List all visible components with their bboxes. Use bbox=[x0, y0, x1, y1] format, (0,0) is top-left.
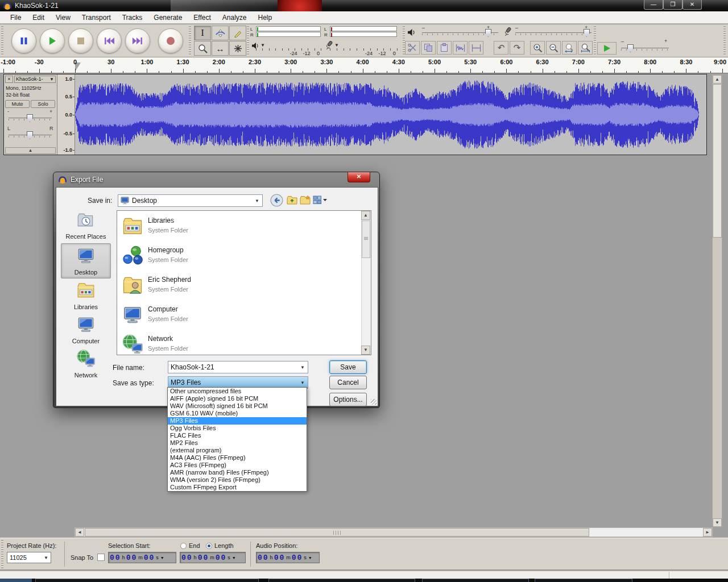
dialog-title-bar[interactable]: Export File ✕ bbox=[53, 172, 379, 187]
pause-button[interactable] bbox=[11, 28, 36, 53]
tools-grip[interactable] bbox=[189, 26, 191, 55]
file-item[interactable]: ComputerSystem Folder bbox=[118, 302, 357, 330]
envelope-tool-button[interactable] bbox=[212, 26, 229, 40]
zoom-out-button[interactable] bbox=[546, 41, 561, 55]
type-option[interactable]: Custom FFmpeg Export bbox=[168, 484, 307, 491]
audio-position-field[interactable]: 00h00m00s▼ bbox=[256, 552, 320, 563]
horizontal-scrollbar[interactable]: ◄ ► bbox=[75, 527, 713, 537]
snap-to-checkbox[interactable] bbox=[97, 554, 105, 561]
type-option[interactable]: AIFF (Apple) signed 16 bit PCM bbox=[168, 395, 307, 402]
transport-grip[interactable] bbox=[1, 26, 3, 55]
fit-project-button[interactable] bbox=[578, 41, 593, 55]
taskbar-button[interactable] bbox=[268, 579, 415, 582]
type-option[interactable]: MP3 Files bbox=[168, 417, 307, 425]
recording-meter-dropdown-arrow[interactable]: ▼ bbox=[334, 43, 339, 48]
menu-help[interactable]: Help bbox=[253, 12, 278, 23]
input-volume-thumb[interactable] bbox=[584, 29, 590, 37]
file-list-scroll-thumb[interactable] bbox=[362, 221, 370, 258]
cancel-button[interactable]: Cancel bbox=[329, 376, 367, 389]
multi-tool-button[interactable] bbox=[229, 41, 246, 56]
scroll-left-arrow[interactable]: ◄ bbox=[75, 528, 84, 537]
file-item[interactable]: LibrariesSystem Folder bbox=[118, 213, 357, 242]
file-list-scrollbar[interactable]: ▲ ▼ bbox=[361, 211, 371, 355]
play-button[interactable] bbox=[40, 28, 65, 53]
sidebar-item-desktop[interactable]: Desktop bbox=[61, 243, 111, 278]
track-close-button[interactable]: × bbox=[5, 76, 13, 83]
type-option[interactable]: (external program) bbox=[168, 447, 307, 454]
windows-taskbar[interactable] bbox=[0, 579, 728, 582]
output-volume-thumb[interactable] bbox=[485, 29, 491, 37]
waveform[interactable] bbox=[75, 74, 706, 155]
type-option[interactable]: MP2 Files bbox=[168, 439, 307, 447]
timeline-ruler[interactable]: -1:00-300301:001:302:002:303:003:304:004… bbox=[0, 57, 728, 73]
mute-button[interactable]: Mute bbox=[5, 100, 30, 108]
copy-button[interactable] bbox=[421, 41, 436, 55]
timeshift-tool-button[interactable]: ↔ bbox=[212, 41, 229, 56]
type-option[interactable]: WMA (version 2) Files (FFmpeg) bbox=[168, 476, 307, 484]
vertical-scrollbar[interactable]: ▲ ▼ bbox=[712, 74, 722, 527]
scroll-right-arrow[interactable]: ► bbox=[703, 528, 712, 537]
pan-slider-thumb[interactable] bbox=[27, 131, 33, 139]
file-item[interactable]: Eric ShepherdSystem Folder bbox=[118, 272, 357, 301]
view-menu-button[interactable] bbox=[313, 196, 328, 206]
timefield-dropdown-arrow[interactable]: ▼ bbox=[308, 556, 312, 560]
file-name-combo[interactable]: KhaoSok-1-21▼ bbox=[168, 361, 308, 373]
file-item[interactable]: HomegroupSystem Folder bbox=[118, 243, 357, 271]
selection-toolbar-grip[interactable] bbox=[1, 540, 3, 568]
type-option[interactable]: WAV (Microsoft) signed 16 bit PCM bbox=[168, 402, 307, 410]
back-button[interactable] bbox=[270, 194, 283, 209]
menu-edit[interactable]: Edit bbox=[27, 12, 50, 23]
dialog-close-button[interactable]: ✕ bbox=[348, 172, 370, 182]
stop-button[interactable] bbox=[68, 28, 93, 53]
type-option[interactable]: GSM 6.10 WAV (mobile) bbox=[168, 410, 307, 417]
timefield-dropdown-arrow[interactable]: ▼ bbox=[232, 556, 236, 560]
record-button[interactable] bbox=[158, 28, 183, 53]
selection-tool-button[interactable]: I bbox=[194, 26, 211, 40]
input-volume-slider[interactable] bbox=[515, 32, 592, 33]
menu-generate[interactable]: Generate bbox=[148, 12, 188, 23]
sidebar-item-libraries[interactable]: Libraries bbox=[61, 278, 111, 313]
type-option[interactable]: FLAC Files bbox=[168, 432, 307, 439]
sidebar-item-computer[interactable]: Computer bbox=[61, 313, 111, 347]
redo-button[interactable]: ↷ bbox=[510, 41, 524, 55]
horizontal-scroll-thumb[interactable] bbox=[85, 528, 589, 537]
menu-view[interactable]: View bbox=[50, 12, 76, 23]
project-rate-combo[interactable]: 11025▼ bbox=[7, 552, 51, 563]
menu-tracks[interactable]: Tracks bbox=[117, 12, 148, 23]
gain-slider-thumb[interactable] bbox=[27, 114, 33, 122]
zoom-tool-button[interactable] bbox=[194, 41, 211, 56]
scroll-up-arrow[interactable]: ▲ bbox=[361, 211, 370, 220]
menu-file[interactable]: File bbox=[5, 12, 27, 23]
fit-selection-button[interactable] bbox=[562, 41, 577, 55]
end-radio[interactable] bbox=[180, 543, 187, 549]
paste-button[interactable] bbox=[437, 41, 452, 55]
zoom-in-button[interactable] bbox=[530, 41, 545, 55]
draw-tool-button[interactable] bbox=[229, 26, 246, 40]
up-one-level-button[interactable] bbox=[287, 195, 297, 207]
transcription-grip[interactable] bbox=[594, 26, 596, 55]
save-button[interactable]: Save bbox=[329, 360, 367, 374]
track-collapse-button[interactable]: ▲ bbox=[5, 147, 56, 154]
length-radio[interactable] bbox=[206, 543, 212, 549]
options-button[interactable]: Options... bbox=[329, 393, 367, 406]
scroll-down-arrow[interactable]: ▼ bbox=[713, 518, 722, 527]
type-option[interactable]: AC3 Files (FFmpeg) bbox=[168, 462, 307, 469]
taskbar-button[interactable] bbox=[35, 579, 259, 582]
silence-audio-button[interactable] bbox=[469, 41, 483, 55]
scroll-up-arrow[interactable]: ▲ bbox=[713, 75, 722, 84]
play-at-speed-button[interactable] bbox=[597, 42, 617, 55]
file-item[interactable]: NetworkSystem Folder bbox=[118, 331, 357, 355]
trim-audio-button[interactable] bbox=[453, 41, 468, 55]
menu-effect[interactable]: Effect bbox=[188, 12, 216, 23]
file-list[interactable]: ▲ ▼ LibrariesSystem FolderHomegroupSyste… bbox=[117, 210, 371, 355]
type-option[interactable]: Ogg Vorbis Files bbox=[168, 425, 307, 432]
skip-to-end-button[interactable] bbox=[125, 28, 150, 53]
playback-speed-thumb[interactable] bbox=[627, 44, 634, 52]
skip-to-start-button[interactable] bbox=[97, 28, 122, 53]
title-bar[interactable]: KhaoSok-1-21 — ❐ ✕ bbox=[0, 0, 728, 11]
menu-transport[interactable]: Transport bbox=[76, 12, 117, 23]
close-button[interactable]: ✕ bbox=[682, 0, 702, 10]
save-in-combo[interactable]: Desktop▼ bbox=[118, 194, 263, 207]
type-option[interactable]: AMR (narrow band) Files (FFmpeg) bbox=[168, 469, 307, 476]
taskbar-button[interactable] bbox=[535, 579, 632, 582]
